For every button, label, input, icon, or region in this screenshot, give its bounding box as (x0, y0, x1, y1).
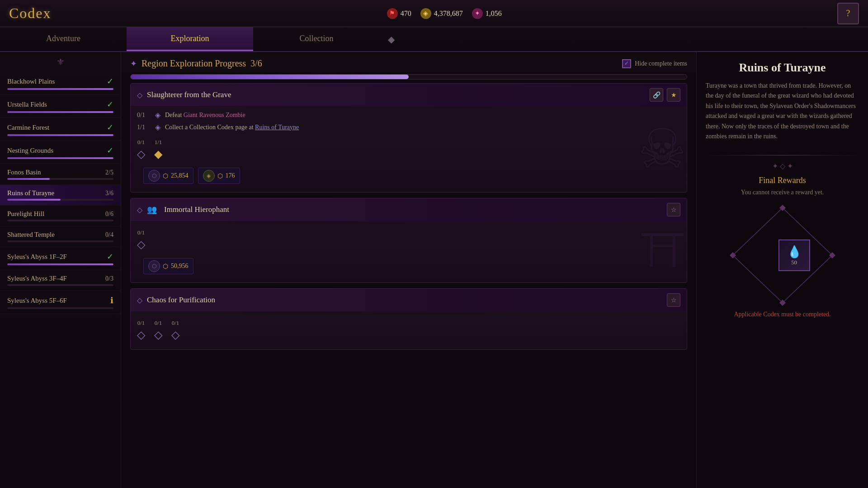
hide-complete-checkbox[interactable]: ✓ (622, 59, 631, 68)
nav-tabs: Adventure Exploration Collection ◆ (0, 27, 868, 52)
nav-next-arrow[interactable]: ◆ (380, 28, 402, 51)
sidebar-item-ruins-of-turayne[interactable]: Ruins of Turayne 3/6 (0, 185, 121, 206)
sidebar-item-syleus-abyss-5f-6f[interactable]: Syleus's Abyss 5F–6F ℹ (0, 291, 121, 314)
quest-star-button-hierophant[interactable]: ☆ (667, 203, 680, 216)
sidebar-item-nesting-grounds-label: Nesting Grounds (7, 147, 53, 155)
currency-gold-icon: ◈ (420, 8, 431, 19)
hierophant-sub-obj-0-icon: ◇ (137, 238, 145, 251)
chaos-sub-obj-2-count: 0/1 (172, 319, 179, 327)
applicable-text: Applicable Codex must be completed. (706, 311, 859, 318)
location-description: Turayne was a town that thrived from tra… (706, 81, 859, 141)
chaos-sub-obj-2: 0/1 ◇ (171, 319, 179, 341)
quest-list: ◇ Slaughterer from the Grave 🔗 ★ ☠ (121, 83, 696, 488)
quest-objectives-slaughterer: ☠ 0/1 ◈ Defeat Giant Ravenous Zombie 1/1… (131, 106, 687, 192)
chaos-sub-obj-0-count: 0/1 (137, 319, 145, 327)
chaos-sub-obj-1-count: 0/1 (155, 319, 162, 327)
quest-title-area-hierophant: ◇ 👥 Immortal Hierophant (137, 205, 229, 215)
reward-value-hierophant: 50,956 (171, 263, 189, 270)
sidebar-item-urstella-fields-check: ✓ (107, 99, 113, 109)
header: Codex ⚑ 470 ◈ 4,378,687 ✦ 1,056 ? (0, 0, 868, 27)
sidebar-item-syleus-abyss-1f-2f-label: Syleus's Abyss 1F–2F (7, 253, 67, 261)
quest-actions-slaughterer: 🔗 ★ (650, 88, 680, 102)
reward-item-icon: 💧 (787, 245, 802, 259)
sidebar-item-syleus-abyss-5f-6f-label: Syleus's Abyss 5F–6F (7, 297, 67, 305)
final-rewards-subtitle: You cannot receive a reward yet. (706, 189, 859, 196)
reward-value-0: 25,854 (171, 172, 189, 179)
currency-pink-value: 1,056 (486, 9, 502, 18)
quest-diamond-icon-hierophant: ◇ (137, 206, 142, 214)
quest-title-chaos: Chaos for Purification (147, 296, 215, 305)
quest-actions-hierophant: ☆ (667, 203, 680, 216)
reward-gold-icon-0: ⬡ (163, 172, 168, 180)
sidebar-item-syleus-abyss-1f-2f[interactable]: Syleus's Abyss 1F–2F ✓ (0, 247, 121, 270)
help-button[interactable]: ? (837, 3, 859, 24)
quest-link-button-slaughterer[interactable]: 🔗 (650, 88, 663, 102)
quest-title-area-chaos: ◇ Chaos for Purification (137, 296, 215, 305)
currency-red: ⚑ 470 (387, 8, 411, 19)
sidebar-item-ruins-of-turayne-progress: 3/6 (105, 190, 113, 197)
sidebar-item-purelight-hill[interactable]: Purelight Hill 0/6 (0, 206, 121, 226)
main-layout: ⚜ Blackhowl Plains ✓ Urstella Fields ✓ (0, 52, 868, 488)
sidebar-item-syleus-abyss-5f-6f-alert: ℹ (110, 296, 113, 305)
sidebar-item-blackhowl-plains[interactable]: Blackhowl Plains ✓ (0, 72, 121, 95)
quest-card-slaughterer-header: ◇ Slaughterer from the Grave 🔗 ★ (131, 84, 687, 106)
sidebar-item-syleus-abyss-1f-2f-check: ✓ (107, 252, 113, 262)
sub-obj-0-icon: ◇ (137, 148, 145, 160)
quest-title-hierophant: Immortal Hierophant (164, 205, 229, 214)
currency-pink: ✦ 1,056 (472, 8, 502, 19)
hierophant-sub-obj-0-count: 0/1 (137, 229, 145, 236)
quest-objective-0-slaughterer: 0/1 ◈ Defeat Giant Ravenous Zombie (137, 111, 680, 119)
rewards-row-hierophant: ⬡ ⬡ 50,956 (137, 254, 680, 278)
tab-adventure[interactable]: Adventure (0, 27, 127, 51)
hide-complete-toggle[interactable]: ✓ Hide complete items (622, 59, 687, 68)
quest-objective-1-slaughterer: 1/1 ◈ Collect a Collection Codex page at… (137, 123, 680, 131)
sidebar-item-carmine-forest[interactable]: Carmine Forest ✓ (0, 118, 121, 141)
sidebar-item-blackhowl-plains-label: Blackhowl Plains (7, 78, 55, 85)
tab-exploration[interactable]: Exploration (127, 27, 253, 51)
quest-type-icon-hierophant: 👥 (147, 205, 157, 215)
currency-red-icon: ⚑ (387, 8, 398, 19)
location-title: Ruins of Turayne (706, 61, 859, 75)
hide-complete-label: Hide complete items (635, 60, 687, 67)
sidebar-item-shattered-temple[interactable]: Shattered Temple 0/4 (0, 226, 121, 247)
hierophant-sub-objectives: 0/1 ◇ (137, 225, 680, 254)
reward-diamond-container: 💧 50 (724, 203, 841, 307)
obj-icon-1: ◈ (155, 123, 160, 131)
quest-card-slaughterer: ◇ Slaughterer from the Grave 🔗 ★ ☠ (130, 83, 687, 192)
sidebar-item-syleus-abyss-3f-4f[interactable]: Syleus's Abyss 3F–4F 0/3 (0, 270, 121, 291)
content-area: ✦ Region Exploration Progress 3/6 ✓ Hide… (121, 52, 696, 488)
reward-icon-1: ◈ (203, 170, 215, 182)
progress-title: ✦ Region Exploration Progress 3/6 (130, 58, 262, 69)
sidebar-item-shattered-temple-progress: 0/4 (105, 231, 113, 239)
quest-star-button-chaos[interactable]: ☆ (667, 293, 680, 307)
obj-counter-0: 0/1 (137, 112, 151, 119)
sub-obj-1-icon: ◆ (154, 148, 162, 160)
sidebar-item-ruins-of-turayne-label: Ruins of Turayne (7, 189, 54, 197)
obj-icon-0: ◈ (155, 111, 160, 119)
sidebar-item-shattered-temple-label: Shattered Temple (7, 231, 55, 239)
sub-obj-1-count: 1/1 (155, 139, 162, 146)
reward-item-box: 💧 50 (778, 239, 810, 271)
obj-counter-1: 1/1 (137, 124, 151, 131)
sidebar-item-urstella-fields[interactable]: Urstella Fields ✓ (0, 95, 121, 118)
quest-title-slaughterer: Slaughterer from the Grave (147, 90, 231, 99)
sidebar: ⚜ Blackhowl Plains ✓ Urstella Fields ✓ (0, 52, 121, 488)
sidebar-item-fonos-basin-label: Fonos Basin (7, 169, 41, 176)
sidebar-item-fonos-basin[interactable]: Fonos Basin 2/5 (0, 164, 121, 185)
chaos-sub-objectives: 0/1 ◇ 0/1 ◇ 0/1 ◇ (137, 316, 680, 345)
hierophant-sub-obj-0: 0/1 ◇ (137, 229, 145, 251)
progress-header: ✦ Region Exploration Progress 3/6 ✓ Hide… (121, 52, 696, 72)
header-currency: ⚑ 470 ◈ 4,378,687 ✦ 1,056 (387, 8, 502, 19)
tab-collection[interactable]: Collection (253, 27, 380, 51)
currency-gold: ◈ 4,378,687 (420, 8, 463, 19)
chaos-sub-obj-2-icon: ◇ (171, 328, 179, 341)
quest-card-hierophant-header: ◇ 👥 Immortal Hierophant ☆ (131, 198, 687, 221)
sidebar-item-fonos-basin-progress: 2/5 (105, 169, 113, 176)
currency-pink-icon: ✦ (472, 8, 483, 19)
sidebar-item-nesting-grounds-check: ✓ (107, 145, 113, 155)
sidebar-item-nesting-grounds[interactable]: Nesting Grounds ✓ (0, 141, 121, 164)
quest-star-button-slaughterer[interactable]: ★ (667, 88, 680, 102)
currency-gold-value: 4,378,687 (434, 9, 463, 18)
chaos-sub-obj-1: 0/1 ◇ (154, 319, 162, 341)
overall-progress-bar (130, 74, 687, 80)
